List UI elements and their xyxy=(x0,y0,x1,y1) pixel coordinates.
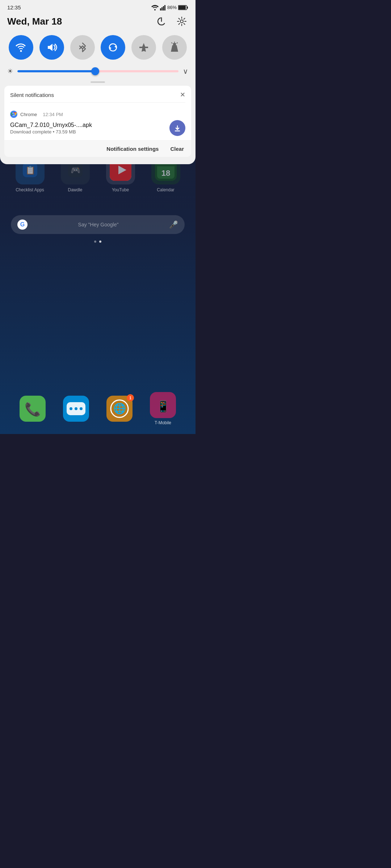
silent-close-button[interactable]: ✕ xyxy=(180,91,185,99)
dawdle-label: Dawdle xyxy=(68,187,82,192)
svg-text:18: 18 xyxy=(161,169,170,178)
svg-rect-41 xyxy=(173,43,176,45)
svg-text:📞: 📞 xyxy=(25,401,41,417)
silent-notifications-section: Silent notifications ✕ xyxy=(4,86,191,106)
settings-icon[interactable] xyxy=(175,15,188,28)
svg-text:🎮: 🎮 xyxy=(70,165,80,175)
notif-app-row: ↙ Chrome 12:34 PM xyxy=(10,111,185,118)
browser-badge: 1 xyxy=(127,394,134,401)
status-time: 12:35 xyxy=(7,4,21,10)
svg-text:📱: 📱 xyxy=(156,400,170,413)
notification-settings-button[interactable]: Notification settings xyxy=(106,146,159,152)
dot-1 xyxy=(94,241,96,243)
slider-empty xyxy=(95,70,178,72)
svg-rect-28 xyxy=(164,5,165,10)
notification-card[interactable]: ↙ Chrome 12:34 PM GCam_7.2.010_Urnyx05-.… xyxy=(4,106,191,141)
google-placeholder: Say "Hey Google" xyxy=(32,222,165,227)
signal-icon xyxy=(160,5,166,10)
notification-panel: 12:35 + 86% Wed, Mar 18 xyxy=(0,0,196,164)
messages-icon xyxy=(63,396,89,422)
notification-actions: Notification settings Clear xyxy=(4,141,191,157)
notif-subtitle: Download complete • 73.59 MB xyxy=(10,129,92,135)
airplane-toggle[interactable] xyxy=(131,35,156,60)
date-row: Wed, Mar 18 xyxy=(0,13,196,32)
status-bar: 12:35 + 86% xyxy=(0,0,196,13)
sound-toggle[interactable] xyxy=(39,35,64,60)
date-action-icons xyxy=(155,15,188,28)
browser-icon: 🌐 1 xyxy=(106,396,133,422)
power-icon[interactable] xyxy=(155,15,168,28)
brightness-row: ☀ ∨ xyxy=(0,63,196,80)
slider-thumb[interactable] xyxy=(91,67,99,75)
svg-marker-40 xyxy=(109,47,112,50)
svg-text:↙: ↙ xyxy=(10,113,13,116)
svg-marker-36 xyxy=(48,44,52,51)
svg-point-15 xyxy=(70,407,72,410)
brightness-slider[interactable] xyxy=(17,70,178,72)
bluetooth-toggle[interactable] xyxy=(70,35,95,60)
page-dots xyxy=(94,241,101,243)
dock-phone[interactable]: 📞 xyxy=(20,396,46,422)
chrome-notification-icon: ↙ xyxy=(10,111,17,118)
google-logo: G xyxy=(17,220,28,230)
notif-download-icon[interactable] xyxy=(169,120,185,136)
svg-point-16 xyxy=(75,407,77,410)
notif-time: 12:34 PM xyxy=(43,112,63,117)
slider-fill xyxy=(17,70,95,72)
tmobile-label: T-Mobile xyxy=(155,420,171,425)
notif-title: GCam_7.2.010_Urnyx05-....apk xyxy=(10,122,92,128)
svg-rect-31 xyxy=(178,6,186,9)
svg-text:🌐: 🌐 xyxy=(113,403,126,414)
mic-icon: 🎤 xyxy=(169,220,178,229)
checklist-label: Checklist Apps xyxy=(16,187,44,192)
flashlight-toggle[interactable] xyxy=(162,35,187,60)
dock-browser[interactable]: 🌐 1 xyxy=(106,396,133,422)
date-text: Wed, Mar 18 xyxy=(7,16,62,27)
chevron-down-icon[interactable]: ∨ xyxy=(183,67,188,76)
svg-line-44 xyxy=(177,43,177,43)
svg-point-34 xyxy=(180,20,183,23)
svg-point-17 xyxy=(80,407,83,410)
quick-toggles xyxy=(0,32,196,63)
svg-rect-26 xyxy=(161,7,163,10)
battery-percent: 86% xyxy=(167,5,177,10)
svg-text:📋: 📋 xyxy=(25,165,35,175)
silent-notifications-header: Silent notifications ✕ xyxy=(10,91,185,103)
svg-rect-25 xyxy=(160,8,161,10)
svg-point-23 xyxy=(154,9,156,10)
wifi-status-icon: + xyxy=(151,5,159,10)
dock-tmobile[interactable]: 📱 T-Mobile xyxy=(150,392,176,425)
sync-toggle[interactable] xyxy=(101,35,125,60)
battery-icon xyxy=(178,5,188,10)
wifi-toggle[interactable] xyxy=(9,35,33,60)
brightness-icon: ☀ xyxy=(7,67,13,75)
svg-rect-27 xyxy=(163,6,164,10)
tmobile-icon: 📱 xyxy=(150,392,176,418)
phone-icon: 📞 xyxy=(20,396,46,422)
svg-rect-30 xyxy=(187,7,188,9)
notif-text: GCam_7.2.010_Urnyx05-....apk Download co… xyxy=(10,122,92,135)
notif-app-name: Chrome xyxy=(20,112,37,117)
clear-button[interactable]: Clear xyxy=(170,146,184,152)
svg-point-35 xyxy=(20,50,22,52)
dock-messages[interactable] xyxy=(63,396,89,422)
google-search-bar[interactable]: G Say "Hey Google" 🎤 xyxy=(11,215,185,234)
status-icons: + 86% xyxy=(151,5,188,10)
svg-line-43 xyxy=(172,43,172,43)
svg-text:+: + xyxy=(157,5,159,8)
bottom-dock: 📞 🌐 1 xyxy=(0,391,196,434)
calendar-label: Calendar xyxy=(157,187,175,192)
silent-title: Silent notifications xyxy=(10,92,54,98)
youtube-label: YouTube xyxy=(112,187,129,192)
panel-divider xyxy=(91,81,105,83)
notif-body: GCam_7.2.010_Urnyx05-....apk Download co… xyxy=(10,120,185,136)
dot-2 xyxy=(99,241,101,243)
